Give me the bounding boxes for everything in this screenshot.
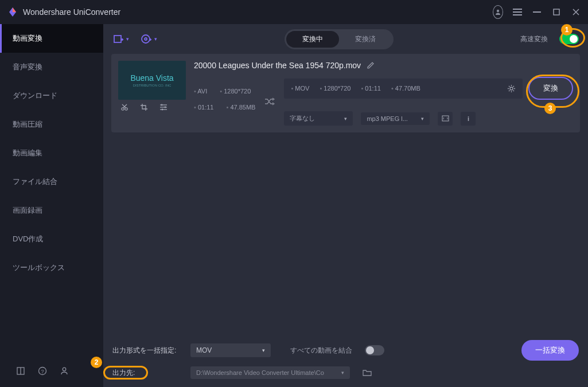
svg-point-0	[497, 10, 499, 12]
svg-point-15	[145, 38, 147, 40]
sidebar-item-video-convert[interactable]: 動画変換	[0, 24, 103, 53]
output-format-select[interactable]: MOV▾	[190, 343, 271, 357]
dst-size: 47.70MB	[391, 85, 420, 92]
sidebar-item-merge[interactable]: ファイル結合	[0, 167, 103, 196]
close-icon[interactable]	[571, 7, 581, 17]
video-thumbnail[interactable]: Buena Vista DISTRIBUTION CO. INC	[118, 61, 186, 100]
add-disc-icon[interactable]: ▾	[141, 33, 157, 45]
edit-name-icon[interactable]	[367, 61, 375, 69]
add-file-icon[interactable]: ▾	[112, 33, 129, 45]
sidebar-item-label: ツールボックス	[13, 263, 65, 273]
tab-converted[interactable]: 変換済	[339, 31, 392, 48]
dst-resolution: 1280*720	[320, 85, 351, 92]
src-size: 47.85MB	[226, 104, 255, 111]
maximize-icon[interactable]	[551, 7, 562, 17]
sidebar-item-audio-convert[interactable]: 音声変換	[0, 53, 103, 81]
file-name: 20000 Leagues Under the Sea 1954 720p.mo…	[194, 61, 361, 70]
batch-convert-button[interactable]: 一括変換	[521, 340, 579, 361]
fast-convert-toggle[interactable]	[559, 34, 579, 44]
sidebar-item-label: ダウンロード	[13, 91, 57, 101]
file-row: Buena Vista DISTRIBUTION CO. INC 20000 L…	[111, 54, 580, 132]
effects-icon[interactable]	[159, 103, 168, 111]
sidebar-item-dvd[interactable]: DVD作成	[0, 225, 103, 253]
convert-button[interactable]: 変換	[528, 77, 573, 100]
book-icon[interactable]	[16, 366, 25, 376]
shuffle-icon	[264, 97, 275, 106]
svg-point-26	[165, 107, 166, 108]
expand-icon[interactable]	[438, 112, 453, 126]
svg-rect-5	[554, 9, 559, 15]
src-duration: 01:11	[194, 104, 213, 111]
chevron-down-icon: ▾	[262, 347, 265, 353]
output-path-select[interactable]: D:\Wondershare Video Converter Ultimate\…	[190, 366, 350, 379]
menu-icon[interactable]	[512, 7, 523, 17]
output-settings-icon[interactable]	[507, 84, 516, 93]
sidebar-item-label: 音声変換	[13, 62, 42, 72]
output-path-label: 出力先:	[112, 368, 182, 378]
info-button[interactable]: i	[461, 112, 476, 126]
user2-icon[interactable]	[60, 366, 69, 376]
svg-rect-4	[533, 11, 541, 13]
sidebar-item-edit[interactable]: 動画編集	[0, 139, 103, 167]
chevron-down-icon: ▾	[341, 370, 344, 376]
open-folder-icon[interactable]	[363, 369, 372, 377]
crop-icon[interactable]	[140, 103, 148, 111]
tab-converting[interactable]: 変換中	[286, 31, 339, 48]
sidebar-item-label: 画面録画	[13, 205, 42, 216]
svg-point-18	[122, 108, 124, 110]
merge-label: すべての動画を結合	[290, 346, 352, 355]
svg-rect-11	[114, 36, 121, 42]
minimize-icon[interactable]	[532, 7, 542, 17]
svg-rect-2	[513, 11, 522, 13]
trim-icon[interactable]	[120, 103, 128, 111]
svg-text:?: ?	[41, 369, 44, 374]
chevron-down-icon: ▾	[344, 116, 347, 122]
sidebar-item-label: 動画圧縮	[13, 119, 42, 130]
help-icon[interactable]: ?	[38, 366, 47, 376]
user-icon[interactable]	[493, 7, 503, 17]
chevron-down-icon: ▾	[126, 36, 129, 42]
svg-point-14	[142, 35, 150, 43]
sidebar-item-label: 動画変換	[13, 33, 42, 44]
src-resolution: 1280*720	[220, 88, 251, 95]
sidebar-item-download[interactable]: ダウンロード	[0, 81, 103, 110]
svg-point-27	[162, 109, 163, 111]
sidebar-item-label: DVD作成	[13, 234, 43, 244]
svg-point-10	[63, 368, 66, 371]
svg-point-19	[125, 108, 127, 110]
subtitle-select[interactable]: 字幕なし▾	[284, 111, 353, 126]
svg-rect-3	[513, 14, 522, 15]
merge-toggle[interactable]	[365, 345, 384, 355]
chevron-down-icon: ▾	[154, 36, 157, 42]
dst-duration: 01:11	[361, 85, 380, 92]
src-format: AVI	[194, 88, 207, 95]
dst-format: MOV	[291, 85, 309, 92]
sidebar-item-compress[interactable]: 動画圧縮	[0, 110, 103, 139]
app-logo-icon	[7, 6, 18, 18]
sidebar-item-record[interactable]: 画面録画	[0, 196, 103, 225]
output-format-label: 出力形式を一括指定:	[112, 346, 182, 355]
fast-convert-label: 高速変換	[520, 34, 548, 44]
sidebar-item-label: ファイル結合	[13, 177, 57, 187]
sidebar-item-label: 動画編集	[13, 148, 42, 158]
chevron-down-icon: ▾	[421, 116, 424, 122]
svg-point-25	[161, 104, 163, 106]
audio-select[interactable]: mp3 MPEG l...▾	[361, 112, 430, 125]
svg-rect-1	[513, 9, 522, 10]
status-tabs: 変換中 変換済	[285, 29, 394, 49]
svg-point-28	[510, 87, 513, 90]
sidebar-item-toolbox[interactable]: ツールボックス	[0, 253, 103, 282]
app-title: Wondershare UniConverter	[23, 7, 493, 17]
